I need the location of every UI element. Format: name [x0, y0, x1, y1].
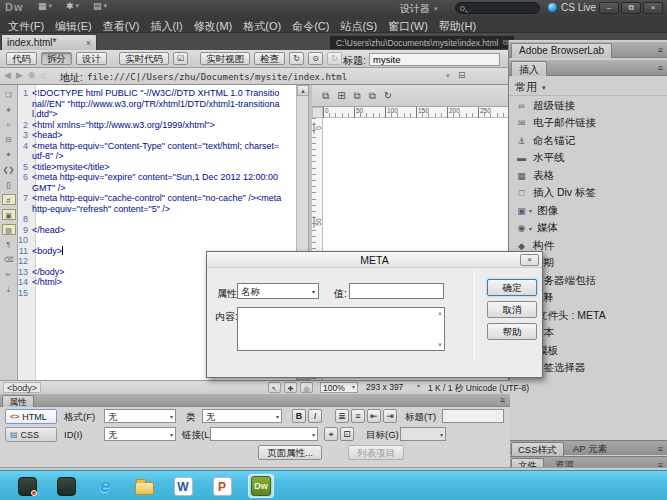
- indent-icon[interactable]: ⇥: [383, 409, 397, 423]
- window-size-select[interactable]: 293 x 397▾: [364, 382, 422, 393]
- html-mode-button[interactable]: <>HTML: [5, 409, 57, 424]
- tag-selector[interactable]: <body>: [3, 382, 41, 393]
- highlight-invalid-icon[interactable]: ▣: [2, 209, 16, 220]
- close-button[interactable]: ×: [643, 2, 663, 14]
- cancel-button[interactable]: 取消: [487, 301, 537, 318]
- home-icon[interactable]: ⌂: [40, 70, 45, 80]
- help-button[interactable]: 帮助: [487, 323, 537, 340]
- collapse-selection-icon[interactable]: ⊟: [2, 134, 16, 145]
- italic-button[interactable]: I: [308, 409, 322, 423]
- browse-folder-icon[interactable]: ⊡: [340, 427, 354, 441]
- doc-title-input[interactable]: [369, 53, 500, 66]
- page-icon[interactable]: ⊟: [458, 70, 466, 80]
- collapse-tag-icon[interactable]: ⌗: [2, 119, 16, 130]
- address-dropdown-icon[interactable]: ▾: [446, 72, 450, 80]
- two-up-preview-icon[interactable]: ⧉: [354, 90, 361, 102]
- insert-category-dropdown[interactable]: 常用▾: [515, 80, 546, 95]
- remove-comment-icon[interactable]: ⌫: [2, 254, 16, 265]
- address-value[interactable]: file:///C|/Users/zhu/Documents/mysite/in…: [87, 72, 347, 82]
- open-documents-icon[interactable]: ❏: [2, 89, 16, 100]
- search-input[interactable]: [455, 2, 540, 14]
- minimize-button[interactable]: –: [599, 2, 619, 14]
- extend-dreamweaver-icon[interactable]: ✱▾: [66, 1, 79, 11]
- bold-button[interactable]: B: [292, 409, 306, 423]
- wrap-tag-icon[interactable]: ✂: [2, 269, 16, 280]
- format-source-icon[interactable]: ⇣: [2, 284, 16, 295]
- syntax-error-icon[interactable]: ▨: [2, 224, 16, 235]
- refresh-preview-icon[interactable]: ↻: [384, 90, 392, 101]
- format-select[interactable]: 无▾: [104, 409, 176, 423]
- show-head-icon[interactable]: ∗: [2, 104, 16, 115]
- insert-item-image[interactable]: ▣▾图像: [509, 202, 667, 220]
- forward-icon[interactable]: ▶: [16, 70, 23, 80]
- explorer-folder-icon[interactable]: [131, 474, 157, 498]
- chevron-down-icon[interactable]: ▾: [529, 225, 532, 232]
- content-textarea[interactable]: ▲ ▼: [237, 307, 445, 351]
- app1-icon[interactable]: [14, 474, 40, 498]
- menu-item-2[interactable]: 查看(V): [103, 19, 140, 34]
- tab-css-styles[interactable]: CSS样式: [511, 442, 564, 456]
- w3c-validation-icon[interactable]: ↻: [289, 52, 304, 65]
- preview-in-browser-icon[interactable]: ⊙: [308, 52, 323, 65]
- line-numbers-icon[interactable]: #: [2, 194, 16, 205]
- design-view-button[interactable]: 设计: [76, 52, 107, 65]
- tab-insert[interactable]: 插入: [511, 61, 547, 76]
- link-combo[interactable]: ▾: [210, 427, 318, 441]
- title-field-input[interactable]: [442, 409, 504, 423]
- live-view-button[interactable]: 实时视图: [200, 52, 250, 65]
- expand-all-icon[interactable]: ✦: [2, 149, 16, 160]
- class-select[interactable]: 无▾: [202, 409, 282, 423]
- insert-item-hyperlink[interactable]: ∞超级链接: [509, 97, 667, 115]
- internet-explorer-icon[interactable]: e: [92, 474, 118, 498]
- insert-item-named-anchor[interactable]: ⚓命名锚记: [509, 132, 667, 150]
- id-select[interactable]: 无▾: [104, 427, 176, 441]
- insert-item-table[interactable]: ▦表格: [509, 167, 667, 185]
- insert-item-insert-div-tag[interactable]: □插入 Div 标签: [509, 185, 667, 203]
- browserlab-preview-icon[interactable]: ⧉: [322, 90, 329, 102]
- hand-tool-icon[interactable]: ✚: [284, 382, 297, 393]
- workspace-switcher[interactable]: 设计器▾: [400, 2, 438, 16]
- insert-item-email-link[interactable]: ✉电子邮件链接: [509, 115, 667, 133]
- app2-icon[interactable]: [53, 474, 79, 498]
- page-properties-button[interactable]: 页面属性...: [258, 445, 322, 460]
- zoom-level-select[interactable]: 100%▾: [320, 382, 358, 393]
- tab-close-icon[interactable]: ×: [86, 38, 91, 48]
- live-code-button[interactable]: 实时代码: [119, 52, 169, 65]
- add-page-preview-icon[interactable]: ⊞: [337, 90, 345, 101]
- unordered-list-icon[interactable]: ≣: [335, 409, 349, 423]
- insert-item-horizontal-rule[interactable]: ▬水平线: [509, 150, 667, 168]
- menu-item-1[interactable]: 编辑(E): [55, 19, 92, 34]
- menu-item-9[interactable]: 帮助(H): [439, 19, 476, 34]
- menu-item-0[interactable]: 文件(F): [8, 19, 44, 34]
- css-mode-button[interactable]: ▤CSS: [5, 427, 57, 442]
- zoom-tool-icon[interactable]: ◎: [300, 382, 313, 393]
- attribute-select[interactable]: 名称▾: [237, 283, 319, 299]
- chevron-down-icon[interactable]: ▾: [529, 207, 532, 214]
- tab-properties[interactable]: 属性: [2, 395, 34, 407]
- ordered-list-icon[interactable]: ≡: [351, 409, 365, 423]
- cs-live-button[interactable]: CS Live: [548, 2, 596, 13]
- value-input[interactable]: [349, 283, 444, 299]
- ok-button[interactable]: 确定: [487, 279, 537, 296]
- menu-item-6[interactable]: 命令(C): [292, 19, 329, 34]
- dreamweaver-icon[interactable]: Dw: [248, 474, 274, 498]
- dialog-close-icon[interactable]: ×: [520, 254, 539, 266]
- panel-menu-icon[interactable]: ≡: [658, 444, 663, 454]
- panel-menu-icon[interactable]: ≡: [500, 395, 505, 405]
- menu-item-5[interactable]: 格式(O): [243, 19, 281, 34]
- menu-item-7[interactable]: 站点(S): [340, 19, 377, 34]
- menu-item-8[interactable]: 窗口(W): [388, 19, 428, 34]
- balance-braces-icon[interactable]: {}: [2, 179, 16, 190]
- panel-menu-icon[interactable]: ≡: [658, 45, 663, 55]
- menu-item-4[interactable]: 修改(M): [194, 19, 233, 34]
- insert-item-media[interactable]: ◉▾媒体: [509, 220, 667, 238]
- inspect-button[interactable]: 检查: [254, 52, 285, 65]
- back-icon[interactable]: ◀: [4, 70, 11, 80]
- code-view-button[interactable]: 代码: [6, 52, 37, 65]
- document-tab[interactable]: index.html* ×: [1, 34, 97, 50]
- restore-button[interactable]: ⧉: [621, 2, 641, 14]
- tab-ap-elements[interactable]: AP 元素: [567, 442, 613, 456]
- word-icon[interactable]: W: [170, 474, 196, 498]
- layout-switcher-icon[interactable]: ▦▾: [38, 1, 52, 11]
- apply-comment-icon[interactable]: ¶: [2, 239, 16, 250]
